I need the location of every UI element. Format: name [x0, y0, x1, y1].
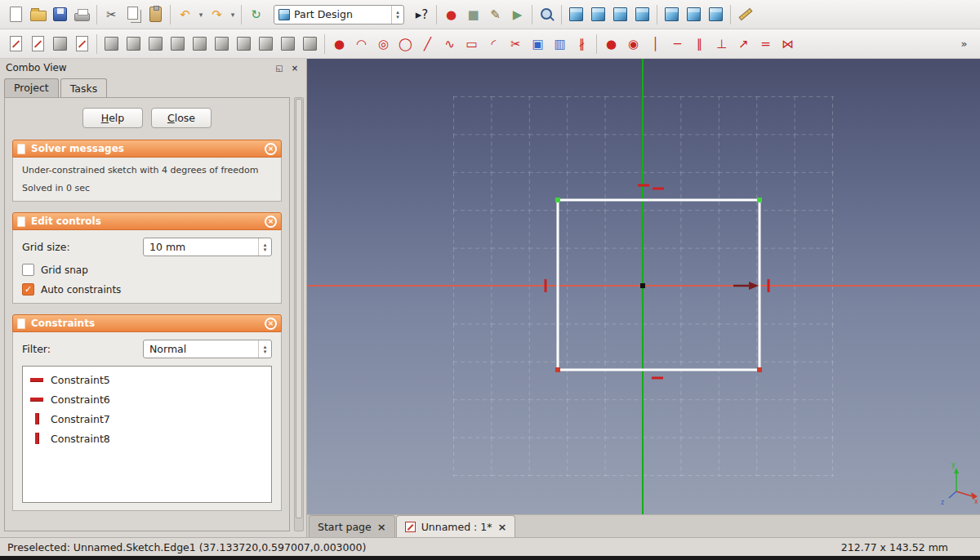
open-document-icon[interactable]	[27, 3, 49, 26]
grid-snap-checkbox[interactable]	[22, 264, 34, 276]
zoom-selection-icon[interactable]	[536, 3, 558, 26]
edit-sketch-icon[interactable]	[27, 33, 49, 56]
spinner-arrows-icon[interactable]	[258, 340, 271, 358]
mirrored-icon[interactable]	[255, 33, 277, 56]
right-view-icon[interactable]	[631, 3, 653, 26]
pad-icon[interactable]	[100, 33, 122, 56]
toolbar-overflow-icon[interactable]: »	[953, 33, 975, 56]
panel-scrollbar[interactable]	[294, 97, 304, 531]
constraint-point-on-object-icon[interactable]: ◉	[622, 33, 644, 56]
whats-this-icon[interactable]: ▸?	[411, 3, 433, 26]
refresh-icon[interactable]: ↻	[245, 3, 267, 26]
close-tab-icon[interactable]: ×	[497, 521, 506, 533]
list-item[interactable]: Constraint6	[23, 389, 271, 409]
create-rectangle-icon[interactable]: ▭	[461, 33, 483, 56]
close-button[interactable]: Close	[151, 108, 212, 128]
origin-point[interactable]	[640, 283, 645, 288]
list-item[interactable]: Constraint8	[23, 429, 271, 448]
doc-tab[interactable]: Unnamed : 1*×	[396, 515, 516, 537]
tab-tasks[interactable]: Tasks	[60, 78, 108, 98]
edit-controls-header[interactable]: Edit controls ×	[12, 212, 282, 230]
rear-view-icon[interactable]	[661, 3, 683, 26]
scrollbar-thumb[interactable]	[296, 99, 302, 518]
close-tab-icon[interactable]: ×	[377, 521, 386, 533]
collapse-section-icon[interactable]: ×	[265, 143, 277, 155]
collapse-section-icon[interactable]: ×	[265, 318, 277, 330]
workbench-selector[interactable]: Part Design	[274, 5, 404, 24]
bottom-view-icon[interactable]	[683, 3, 705, 26]
constraint-tangent-icon[interactable]: ↗	[733, 33, 755, 56]
redo-menu-icon[interactable]: ▾	[228, 3, 238, 26]
paste-icon[interactable]	[145, 3, 167, 26]
undo-icon[interactable]: ↶	[174, 3, 196, 26]
constraint-symmetric-icon[interactable]: ⋈	[777, 33, 799, 56]
sketch-canvas[interactable]: y x z	[307, 59, 980, 514]
split-edge-icon[interactable]: ∦	[571, 33, 593, 56]
save-document-icon[interactable]	[49, 3, 71, 26]
new-document-icon[interactable]	[5, 3, 27, 26]
create-polyline-icon[interactable]: ∿	[439, 33, 461, 56]
top-view-icon[interactable]	[609, 3, 631, 26]
create-conic-icon[interactable]: ◯	[394, 33, 416, 56]
isometric-view-icon[interactable]	[565, 3, 587, 26]
float-panel-icon[interactable]: ◱	[274, 62, 285, 73]
cut-icon[interactable]: ✂	[100, 3, 122, 26]
pocket-icon[interactable]	[122, 33, 145, 56]
3d-viewport[interactable]: y x z	[307, 59, 980, 514]
macro-edit-icon[interactable]: ✎	[484, 3, 506, 26]
collapse-section-icon[interactable]: ×	[265, 216, 277, 228]
revolution-icon[interactable]	[145, 33, 167, 56]
constraint-equal-icon[interactable]: =	[755, 33, 777, 56]
front-view-icon[interactable]	[587, 3, 609, 26]
constraint-perpendicular-icon[interactable]: ⊥	[710, 33, 733, 56]
fillet-icon[interactable]	[189, 33, 211, 56]
list-item[interactable]: Constraint7	[23, 409, 271, 429]
redo-icon[interactable]: ↷	[206, 3, 228, 26]
undo-menu-icon[interactable]: ▾	[196, 3, 206, 26]
chamfer-icon[interactable]	[211, 33, 233, 56]
create-sketch-icon[interactable]	[5, 33, 27, 56]
create-circle-icon[interactable]: ◎	[372, 33, 394, 56]
constraint-vertical-icon[interactable]: │	[644, 33, 666, 56]
constraints-header[interactable]: Constraints ×	[12, 314, 282, 332]
vertex-bottom-right[interactable]	[757, 367, 762, 372]
vertex-bottom-left[interactable]	[555, 367, 560, 372]
map-sketch-icon[interactable]	[49, 33, 71, 56]
close-panel-icon[interactable]: ×	[289, 62, 301, 73]
constraint-list[interactable]: Constraint5Constraint6Constraint7Constra…	[22, 366, 272, 503]
spinner-arrows-icon[interactable]	[258, 238, 271, 256]
help-button[interactable]: Help	[82, 108, 143, 128]
create-arc-icon[interactable]: ◠	[350, 33, 372, 56]
groove-icon[interactable]	[167, 33, 189, 56]
constraint-horizontal-icon[interactable]: ─	[666, 33, 688, 56]
external-geometry-icon[interactable]: ▣	[527, 33, 549, 56]
vertex-top-right[interactable]	[757, 198, 762, 202]
leave-sketch-icon[interactable]	[71, 33, 93, 56]
polar-pattern-icon[interactable]	[299, 33, 321, 56]
macro-record-icon[interactable]: ●	[440, 3, 462, 26]
solver-messages-header[interactable]: Solver messages ×	[12, 140, 282, 158]
grid-size-input[interactable]: 10 mm	[143, 238, 272, 256]
filter-dropdown[interactable]: Normal	[143, 340, 272, 358]
constraint-parallel-icon[interactable]: ∥	[688, 33, 710, 56]
doc-tab[interactable]: Start page×	[309, 515, 395, 537]
left-view-icon[interactable]	[705, 3, 727, 26]
macro-stop-icon[interactable]: ■	[462, 3, 484, 26]
measure-distance-icon[interactable]	[734, 3, 756, 26]
create-fillet-icon[interactable]: ◜	[483, 33, 505, 56]
create-line-icon[interactable]: ╱	[416, 33, 439, 56]
carbon-copy-icon[interactable]: ▥	[549, 33, 571, 56]
tab-project[interactable]: Project	[4, 78, 59, 97]
constraint-coincident-icon[interactable]: ●	[600, 33, 622, 56]
create-point-icon[interactable]: ●	[328, 33, 350, 56]
trim-edge-icon[interactable]: ✂	[505, 33, 527, 56]
copy-icon[interactable]	[122, 3, 145, 26]
linear-pattern-icon[interactable]	[277, 33, 299, 56]
vertex-top-left[interactable]	[555, 198, 560, 202]
print-icon[interactable]	[71, 3, 93, 26]
list-item[interactable]: Constraint5	[23, 370, 271, 389]
workbench-dropdown-icon[interactable]	[391, 6, 403, 24]
draft-icon[interactable]	[233, 33, 255, 56]
macro-execute-icon[interactable]: ▶	[506, 3, 528, 26]
auto-constraints-checkbox[interactable]	[22, 283, 34, 296]
